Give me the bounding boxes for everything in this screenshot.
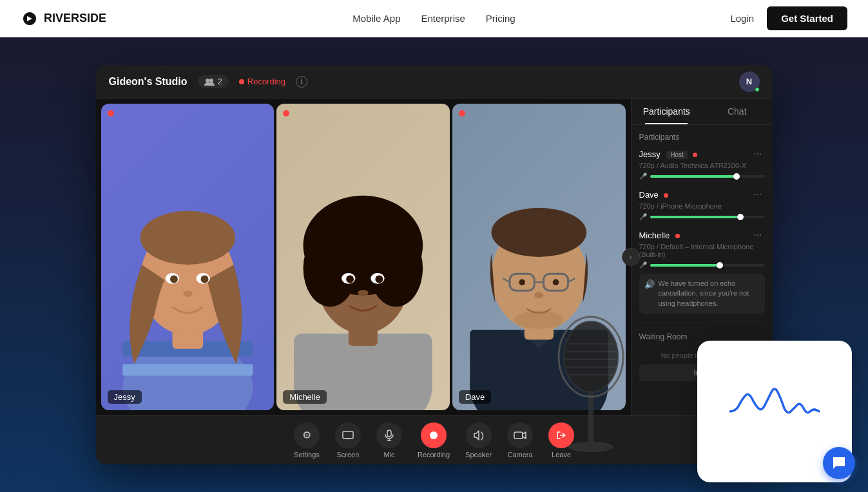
jessy-mic-icon: 🎤 — [639, 173, 647, 180]
svg-point-20 — [321, 200, 405, 245]
michelle-audio-row: 🎤 — [639, 261, 765, 269]
participant-michelle: Michelle ··· 720p / Default – Internal M… — [639, 229, 765, 314]
tab-participants[interactable]: Participants — [632, 99, 702, 124]
camera-label: Camera — [508, 451, 533, 459]
nav-links: Mobile App Enterprise Pricing — [352, 13, 515, 24]
info-icon[interactable]: ℹ — [296, 76, 307, 88]
recording-dot — [239, 79, 244, 84]
speaker-button[interactable]: Speaker — [465, 422, 492, 459]
dave-name: Dave — [639, 190, 659, 200]
michelle-header: Michelle ··· — [639, 229, 765, 241]
jessy-host-badge: Host — [666, 151, 688, 159]
screen-button[interactable]: Screen — [335, 422, 361, 459]
studio-title: Gideon's Studio — [109, 76, 188, 88]
participants-count: 2 — [218, 77, 222, 86]
tab-chat[interactable]: Chat — [702, 99, 773, 124]
jessy-name-tag: Jessy — [108, 390, 142, 404]
svg-point-12 — [183, 290, 192, 297]
participants-badge: 2 — [198, 75, 229, 88]
speaker-label: Speaker — [465, 451, 492, 459]
studio-header: Gideon's Studio 2 Recording ℹ N — [96, 65, 773, 99]
svg-point-10 — [169, 276, 177, 283]
participant-dave: Dave ··· 720p / iPhone Microphone 🎤 — [639, 189, 765, 220]
mic-label: Mic — [383, 451, 394, 459]
recording-icon — [421, 422, 447, 448]
svg-point-46 — [430, 431, 438, 439]
jessy-name: Jessy — [639, 149, 661, 159]
logo-text: RIVERSIDE — [44, 12, 106, 25]
svg-point-11 — [200, 276, 208, 283]
michelle-device: 720p / Default – Internal Microphone (Bu… — [639, 243, 765, 258]
dave-audio-bar[interactable] — [650, 216, 765, 218]
chat-bubble-button[interactable] — [823, 447, 855, 479]
michelle-online-dot — [675, 234, 680, 238]
get-started-button[interactable]: Get Started — [767, 6, 847, 30]
svg-point-1 — [209, 79, 213, 82]
settings-icon: ⚙ — [294, 422, 320, 448]
dave-mic-icon: 🎤 — [639, 213, 647, 220]
avatar-online-dot — [755, 87, 760, 92]
leave-icon — [548, 422, 574, 448]
michelle-audio-fill — [650, 264, 719, 267]
recording-button[interactable]: Recording — [418, 422, 450, 459]
michelle-mic-icon: 🎤 — [639, 261, 647, 269]
recording-label: Recording — [247, 77, 285, 86]
video-tile-jessy: Jessy — [101, 104, 275, 410]
settings-button[interactable]: ⚙ Settings — [294, 422, 320, 459]
jessy-audio-thumb — [733, 173, 740, 180]
navigation: RIVERSIDE Mobile App Enterprise Pricing … — [0, 0, 868, 37]
jessy-device: 720p / Audio Technica ATR2100-X — [639, 162, 765, 169]
studio-header-left: Gideon's Studio 2 Recording ℹ — [109, 75, 308, 88]
nav-link-mobile-app[interactable]: Mobile App — [352, 13, 400, 24]
jessy-header: Jessy Host ··· — [639, 148, 765, 160]
svg-point-25 — [358, 290, 369, 296]
michelle-audio-bar[interactable] — [650, 264, 765, 267]
camera-icon — [507, 422, 533, 448]
mic-icon — [376, 422, 402, 448]
leave-label: Leave — [552, 451, 571, 459]
michelle-audio-thumb — [717, 262, 723, 269]
svg-rect-47 — [514, 432, 523, 439]
video-tile-michelle: Michelle — [276, 104, 450, 410]
svg-point-30 — [491, 208, 586, 257]
nav-link-enterprise[interactable]: Enterprise — [421, 13, 465, 24]
michelle-name: Michelle — [639, 231, 670, 240]
svg-point-39 — [534, 292, 543, 299]
echo-text: We have turned on echo cancellation, sin… — [659, 279, 760, 308]
jessy-audio-row: 🎤 — [639, 173, 765, 180]
jessy-name-row: Jessy Host — [639, 148, 698, 160]
michelle-name-row: Michelle — [639, 229, 680, 241]
speaker-icon — [466, 422, 492, 448]
jessy-online-dot — [693, 153, 697, 157]
jessy-recording-indicator — [108, 110, 114, 117]
logo: RIVERSIDE — [21, 10, 106, 28]
jessy-more-button[interactable]: ··· — [751, 148, 764, 160]
michelle-more-button[interactable]: ··· — [751, 229, 764, 241]
sidebar-collapse-button[interactable]: › — [622, 248, 640, 266]
participants-section-title: Participants — [639, 133, 765, 142]
nav-link-pricing[interactable]: Pricing — [486, 13, 516, 24]
svg-point-23 — [346, 276, 354, 283]
dave-audio-fill — [650, 216, 740, 218]
studio-container: Gideon's Studio 2 Recording ℹ N — [96, 65, 773, 464]
leave-button[interactable]: Leave — [548, 422, 574, 459]
dave-recording-indicator — [459, 110, 465, 117]
jessy-audio-bar[interactable] — [650, 175, 765, 178]
svg-point-24 — [376, 276, 383, 283]
dave-more-button[interactable]: ··· — [751, 189, 764, 200]
nav-actions: Login Get Started — [730, 6, 847, 30]
dave-device: 720p / iPhone Microphone — [639, 202, 765, 210]
bottom-bar: ⚙ Settings Screen Mic — [96, 415, 773, 464]
participant-jessy: Jessy Host ··· 720p / Audio Technica ATR… — [639, 148, 765, 180]
svg-point-37 — [519, 279, 525, 286]
svg-rect-40 — [343, 431, 353, 439]
svg-rect-43 — [387, 430, 391, 437]
mic-button[interactable]: Mic — [376, 422, 402, 459]
svg-rect-4 — [122, 364, 253, 376]
dave-name-tag: Dave — [459, 390, 491, 404]
jessy-audio-fill — [650, 175, 737, 178]
camera-button[interactable]: Camera — [507, 422, 533, 459]
settings-label: Settings — [294, 451, 320, 459]
login-button[interactable]: Login — [730, 13, 754, 24]
user-avatar: N — [739, 71, 760, 92]
